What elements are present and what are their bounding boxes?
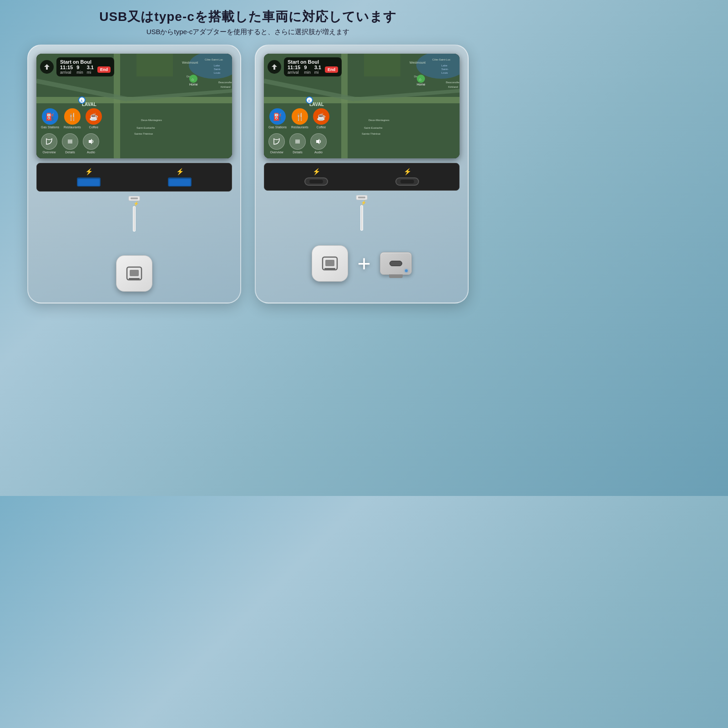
right-cable-area: ⚡ [264,195,460,241]
right-bottom-row: + [264,245,460,282]
left-usb-port-a-1 [77,177,101,187]
left-audio-btn[interactable]: Audio [83,133,99,154]
right-audio-icon [310,133,327,150]
right-carplay-ui: Start on Boul 11:15 arrival 9 min [264,54,460,158]
left-nav-stats: 11:15 arrival 9 min 3.1 mi [60,65,111,75]
left-restaurant-icon: 🍴 [64,108,81,125]
svg-rect-33 [130,270,139,276]
left-carplay-ui: Start on Boul 11:15 arrival 9 min [36,54,232,158]
right-end-btn[interactable]: End [325,66,338,73]
right-usb-c-port-2 [395,177,419,186]
left-dist-block: 3.1 mi [87,65,94,75]
right-details-btn[interactable]: Details [289,133,306,154]
left-carplay-screen: Westmount Côte-Saint-Luc Lake Saint- Lou… [36,54,232,158]
left-cable-svg: ⚡ [116,196,152,242]
right-details-icon [289,133,306,150]
right-coffee-label: Coffee [317,126,326,129]
right-audio-btn[interactable]: Audio [310,133,327,154]
left-usb-port-a-2 [168,177,192,187]
right-arrival-label: arrival [288,70,300,75]
left-restaurant-label: Restaurants [64,126,81,129]
svg-marker-63 [316,139,319,144]
right-dist-label: mi [314,70,321,75]
right-time: 11:15 [288,65,300,70]
right-audio-label: Audio [314,151,323,154]
right-gas-label: Gas Stations [268,126,287,129]
right-nav-icon [268,60,281,74]
left-min-block: 9 min [76,65,83,75]
left-nav-ctrl-btns: Overview Details [36,133,232,154]
right-overview-btn[interactable]: Overview [268,133,285,154]
left-arrival-label: arrival [60,70,73,75]
svg-rect-30 [131,197,138,199]
right-usb-port-2: ⚡ [395,168,419,186]
left-audio-label: Audio [87,151,95,154]
right-details-label: Details [293,151,302,154]
left-dist-label: mi [87,70,94,75]
left-usb-bay: ⚡ ⚡ [36,163,232,192]
right-restaurant-label: Restaurants [291,126,308,129]
left-usb-symbol-1: ⚡ [85,168,93,175]
left-usb-port-2: ⚡ [168,168,192,187]
right-nav-stats: 11:15 arrival 9 min 3.1 mi [288,65,338,75]
left-panel: Westmount Côte-Saint-Luc Lake Saint- Lou… [27,45,241,303]
right-usb-c-inner-1 [309,180,323,183]
left-restaurant-btn[interactable]: 🍴 Restaurants [64,108,81,129]
left-details-icon [62,133,78,150]
adapter-usbc-port [389,261,402,266]
right-dist-block: 3.1 mi [314,65,321,75]
left-time-block: 11:15 arrival [60,65,73,75]
right-overview-label: Overview [270,151,283,154]
right-nav-ctrl-btns: Overview Details [264,133,460,154]
svg-rect-69 [324,268,335,269]
right-overview-icon [268,133,285,150]
svg-rect-68 [325,260,334,266]
left-gas-icon: ⛽ [42,108,58,125]
svg-text:⚡: ⚡ [361,200,367,206]
right-time-block: 11:15 arrival [288,65,300,75]
right-usb-c-inner-2 [400,180,414,183]
right-usb-c-port-1 [304,177,328,186]
right-restaurant-btn[interactable]: 🍴 Restaurants [291,108,308,129]
svg-marker-28 [89,139,92,144]
adapter-usb-a-port [389,274,403,278]
left-nav-title: Start on Boul [60,59,111,65]
right-gas-icon: ⛽ [269,108,286,125]
left-coffee-icon: ☕ [86,108,102,125]
left-details-btn[interactable]: Details [62,133,78,154]
right-screen-wrapper: Westmount Côte-Saint-Luc Lake Saint- Lou… [264,54,460,158]
left-top-bar: Start on Boul 11:15 arrival 9 min [40,57,114,76]
left-nav-icon [40,60,54,74]
right-nav-info: Start on Boul 11:15 arrival 9 min [284,57,342,76]
page-title: USB又はtype-cを搭載した車両に対応しています [0,0,496,25]
right-min-label: min [304,70,311,75]
left-details-label: Details [65,151,75,154]
right-carplay-screen: Westmount Côte-Saint-Luc Lake Saint- Lou… [264,54,460,158]
right-min-val: 9 [304,65,311,70]
left-screen-wrapper: Westmount Côte-Saint-Luc Lake Saint- Lou… [36,54,232,158]
right-gas-btn[interactable]: ⛽ Gas Stations [268,108,287,129]
page-subtitle: USBからtype-cアダプターを使用すると、さらに選択肢が増えます [0,28,496,36]
svg-rect-34 [129,278,140,279]
left-device-box [116,255,152,292]
right-device-icon [321,254,339,273]
left-gas-btn[interactable]: ⛽ Gas Stations [41,108,59,129]
left-coffee-btn[interactable]: ☕ Coffee [86,108,102,129]
left-overview-btn[interactable]: Overview [41,133,57,154]
right-usb-symbol-2: ⚡ [404,168,411,175]
left-device-icon [125,264,143,283]
svg-rect-65 [358,197,365,198]
adapter-box [380,252,412,275]
left-coffee-label: Coffee [89,126,99,129]
right-usb-port-1: ⚡ [304,168,328,186]
left-end-btn[interactable]: End [97,66,111,73]
right-quick-btns: ⛽ Gas Stations 🍴 Restaurants ☕ Coffee [264,108,460,129]
left-cable-area: ⚡ [36,196,232,251]
left-usb-symbol-2: ⚡ [176,168,184,175]
right-restaurant-icon: 🍴 [292,108,308,125]
left-quick-btns: ⛽ Gas Stations 🍴 Restaurants ☕ Coffee [36,108,232,129]
left-min-label: min [76,70,83,75]
right-coffee-btn[interactable]: ☕ Coffee [313,108,329,129]
panels-container: Westmount Côte-Saint-Luc Lake Saint- Lou… [0,45,496,303]
right-usb-symbol-1: ⚡ [313,168,320,175]
